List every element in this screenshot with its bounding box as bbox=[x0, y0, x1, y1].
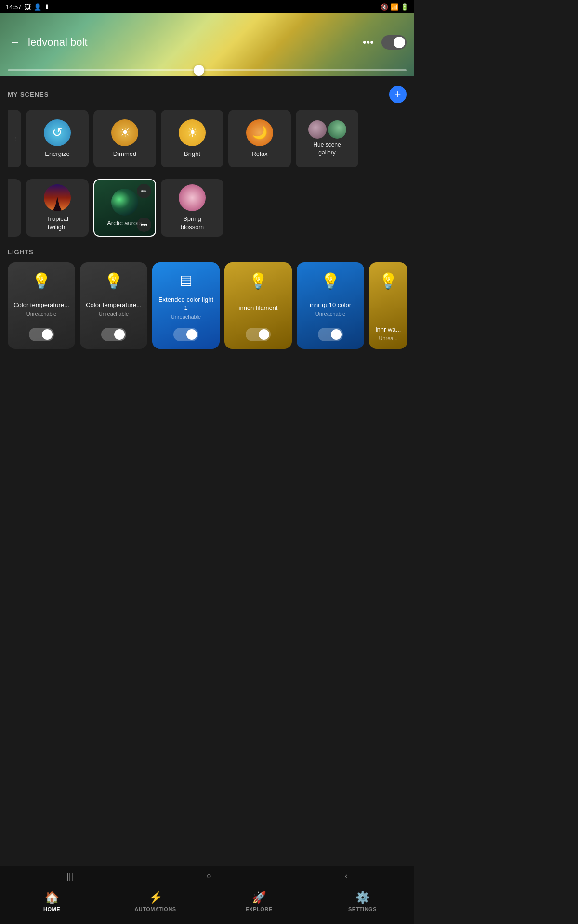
toggle-knob-1 bbox=[42, 329, 53, 340]
edit-scene-button[interactable]: ✏ bbox=[137, 184, 151, 198]
light-name-5: innr gu10 color bbox=[310, 301, 351, 309]
bulb-icon-5: 💡 bbox=[321, 272, 340, 290]
wifi-icon: 📶 bbox=[391, 3, 398, 11]
back-icon: ← bbox=[10, 36, 20, 48]
scenes-row-1: ... ↺ Energize ☀ Dimmed ☀ Bright 🌙 bbox=[8, 110, 407, 167]
partial-scene-concentrate[interactable]: ... bbox=[8, 110, 21, 167]
scene-card-arctic[interactable]: Arctic aurora ✏ ••• bbox=[93, 179, 156, 237]
light-name-1: Color temperature... bbox=[13, 301, 69, 309]
scene-more-button[interactable]: ••• bbox=[137, 218, 151, 232]
light-card-innr-wa[interactable]: 💡 innr wa... Unrea... bbox=[369, 262, 407, 349]
scene-card-relax[interactable]: 🌙 Relax bbox=[228, 110, 291, 167]
nav-home[interactable]: 🏠 HOME bbox=[0, 891, 104, 912]
light-toggle-1[interactable] bbox=[29, 328, 54, 341]
toggle-knob bbox=[394, 37, 405, 48]
status-time: 14:57 bbox=[6, 3, 22, 11]
spring-icon bbox=[179, 184, 206, 211]
explore-icon: 🚀 bbox=[252, 891, 266, 904]
slider-track bbox=[8, 69, 407, 71]
dimmed-symbol: ☀ bbox=[119, 125, 131, 140]
hue-gallery-img-2 bbox=[328, 120, 346, 139]
nav-automations[interactable]: ⚡ AUTOMATIONS bbox=[104, 891, 207, 912]
scene-name-spring: Springblossom bbox=[179, 215, 206, 231]
relax-symbol: 🌙 bbox=[252, 125, 267, 140]
download-icon: ⬇ bbox=[44, 3, 50, 11]
lights-section-header: LIGHTS bbox=[8, 248, 407, 256]
home-button[interactable]: ○ bbox=[197, 868, 222, 884]
power-toggle[interactable] bbox=[381, 35, 407, 50]
bulb-icon-1: 💡 bbox=[32, 272, 51, 290]
scene-card-dimmed[interactable]: ☀ Dimmed bbox=[93, 110, 156, 167]
back-button[interactable]: ← bbox=[8, 34, 22, 51]
light-name-3: Extended color light 1 bbox=[158, 296, 214, 312]
tropical-icon bbox=[44, 184, 71, 211]
light-info-4: innen filament bbox=[239, 304, 278, 314]
energize-symbol: ↺ bbox=[52, 125, 63, 140]
scene-name-bright: Bright bbox=[182, 150, 202, 158]
light-card-color-temp-2[interactable]: 💡 Color temperature... Unreachable bbox=[80, 262, 147, 349]
more-dots-icon: ••• bbox=[141, 221, 148, 229]
light-info-1: Color temperature... Unreachable bbox=[13, 301, 69, 317]
bulb-icon-2: 💡 bbox=[104, 272, 123, 290]
scene-card-spring[interactable]: Springblossom bbox=[161, 179, 223, 237]
light-info-6: innr wa... Unrea... bbox=[376, 326, 401, 341]
hue-gallery-images bbox=[308, 120, 346, 139]
light-toggle-4[interactable] bbox=[246, 328, 271, 341]
home-nav-label: HOME bbox=[43, 906, 60, 912]
settings-icon: ⚙️ bbox=[355, 891, 370, 904]
more-options-button[interactable]: ••• bbox=[359, 34, 378, 51]
bulb-icon-6: 💡 bbox=[379, 272, 398, 290]
light-card-innen[interactable]: 💡 innen filament bbox=[224, 262, 292, 349]
light-status-2: Unreachable bbox=[99, 311, 129, 317]
light-card-color-temp-1[interactable]: 💡 Color temperature... Unreachable bbox=[8, 262, 75, 349]
back-nav-icon: ‹ bbox=[345, 871, 348, 881]
page-title: ledvonal bolt bbox=[28, 36, 359, 49]
light-status-6: Unrea... bbox=[379, 335, 397, 341]
scene-name-energize: Energize bbox=[43, 150, 71, 158]
system-nav: ||| ○ ‹ bbox=[0, 866, 414, 886]
lights-row: 💡 Color temperature... Unreachable 💡 Col… bbox=[8, 262, 407, 349]
person-icon: 👤 bbox=[34, 3, 41, 11]
home-circle-icon: ○ bbox=[207, 871, 212, 881]
scene-card-hue-gallery[interactable]: Hue scenegallery bbox=[296, 110, 358, 167]
brightness-slider-container[interactable] bbox=[0, 69, 414, 71]
image-icon: 🖼 bbox=[25, 3, 31, 11]
home-nav-icon: 🏠 bbox=[45, 891, 59, 904]
light-toggle-3[interactable] bbox=[173, 328, 198, 341]
back-nav-button[interactable]: ‹ bbox=[335, 868, 357, 884]
add-scene-button[interactable]: + bbox=[389, 86, 407, 103]
nav-explore[interactable]: 🚀 EXPLORE bbox=[207, 891, 311, 912]
scene-name-tropical: Tropicaltwilight bbox=[44, 215, 70, 231]
scene-card-tropical[interactable]: Tropicaltwilight bbox=[26, 179, 89, 237]
partial-scene-read[interactable] bbox=[8, 179, 21, 237]
scenes-row-2: Tropicaltwilight Arctic aurora ✏ ••• Spr… bbox=[8, 179, 407, 237]
battery-icon: 🔋 bbox=[401, 3, 408, 11]
automations-label: AUTOMATIONS bbox=[134, 906, 176, 912]
toggle-knob-2 bbox=[114, 329, 125, 340]
light-info-5: innr gu10 color Unreachable bbox=[310, 301, 351, 317]
light-toggle-2[interactable] bbox=[101, 328, 126, 341]
scene-card-energize[interactable]: ↺ Energize bbox=[26, 110, 89, 167]
bulb-icon-3: ▤ bbox=[180, 272, 192, 288]
scenes-title: MY SCENES bbox=[8, 91, 49, 98]
bright-icon: ☀ bbox=[179, 119, 206, 146]
nav-settings[interactable]: ⚙️ SETTINGS bbox=[311, 891, 414, 912]
light-toggle-5[interactable] bbox=[318, 328, 343, 341]
light-name-2: Color temperature... bbox=[86, 301, 142, 309]
bottom-nav: 🏠 HOME ⚡ AUTOMATIONS 🚀 EXPLORE ⚙️ SETTIN… bbox=[0, 886, 414, 924]
lights-title: LIGHTS bbox=[8, 248, 34, 256]
light-card-extended[interactable]: ▤ Extended color light 1 Unreachable bbox=[152, 262, 220, 349]
bright-symbol: ☀ bbox=[187, 125, 198, 140]
scene-name-hue-gallery: Hue scenegallery bbox=[313, 141, 341, 156]
slider-thumb[interactable] bbox=[194, 65, 204, 76]
light-status-5: Unreachable bbox=[315, 311, 345, 317]
recents-button[interactable]: ||| bbox=[57, 868, 83, 884]
bulb-icon-4: 💡 bbox=[249, 272, 268, 290]
toggle-knob-3 bbox=[186, 329, 197, 340]
light-status-1: Unreachable bbox=[26, 311, 56, 317]
hue-gallery-img-1 bbox=[308, 120, 327, 139]
light-card-innr-gu10[interactable]: 💡 innr gu10 color Unreachable bbox=[297, 262, 364, 349]
scene-card-bright[interactable]: ☀ Bright bbox=[161, 110, 223, 167]
status-icons: 🔇 📶 🔋 bbox=[381, 3, 408, 11]
scene-name-relax: Relax bbox=[250, 150, 269, 158]
